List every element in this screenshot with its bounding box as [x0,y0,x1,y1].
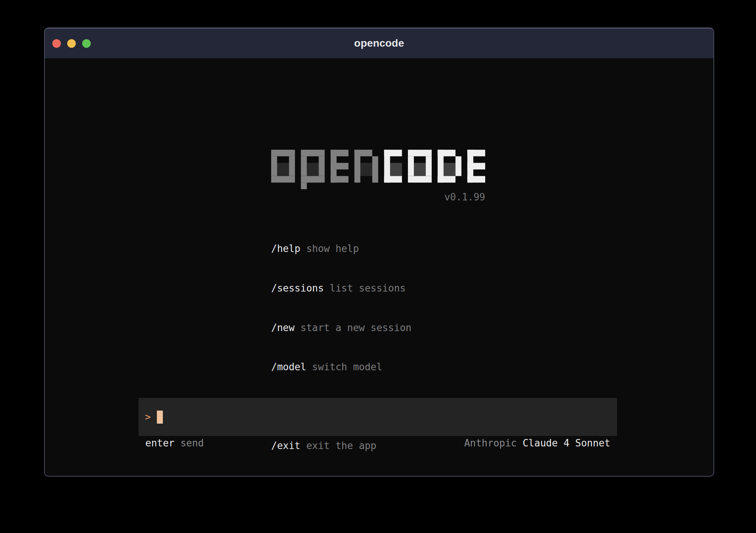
prompt-input[interactable]: > [139,398,617,436]
traffic-light-buttons [45,28,91,58]
keybind-key: enter [145,437,174,449]
window-title: opencode [354,37,404,49]
minimize-button-icon[interactable] [67,39,76,48]
command-item-sessions: /sessions list sessions [271,282,412,295]
opencode-terminal-window: opencode v0.1.99 /help show help /sessio… [44,28,714,477]
command-name: /help [271,243,300,254]
command-name: /model [271,361,306,373]
close-button-icon[interactable] [52,39,61,48]
command-desc: show help [300,243,359,254]
zoom-button-icon[interactable] [82,39,91,48]
command-desc: list sessions [324,283,406,294]
command-item-model: /model switch model [271,361,412,374]
terminal-content: v0.1.99 /help show help /sessions list s… [45,58,713,476]
opencode-pixel-logo [271,150,485,189]
prompt-chevron: > [145,411,151,423]
text-cursor [157,411,163,424]
keybind-action: send [174,437,204,449]
model-name: Claude 4 Sonnet [523,437,610,449]
model-indicator[interactable]: Anthropic Claude 4 Sonnet [464,437,610,449]
command-item-help: /help show help [271,242,412,255]
command-desc: start a new session [295,322,412,333]
command-item-new: /new start a new session [271,321,412,334]
keybind-hint: enter send [145,437,204,449]
command-name: /new [271,322,295,333]
status-bar: enter send Anthropic Claude 4 Sonnet [139,436,617,450]
model-provider: Anthropic [464,437,523,449]
command-desc: switch model [306,361,382,373]
command-name: /sessions [271,283,324,294]
version-label: v0.1.99 [271,191,485,203]
window-titlebar[interactable]: opencode [45,28,713,58]
